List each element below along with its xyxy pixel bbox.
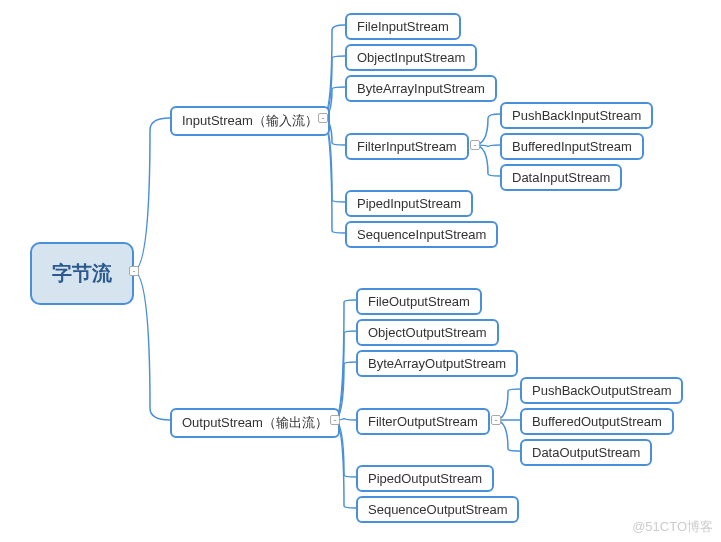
node-bufferedinputstream: BufferedInputStream (500, 133, 644, 160)
node-label: PushBackInputStream (512, 108, 641, 123)
node-filteroutputstream: FilterOutputStream (356, 408, 490, 435)
node-label: FilterInputStream (357, 139, 457, 154)
node-label: ByteArrayInputStream (357, 81, 485, 96)
node-sequenceinputstream: SequenceInputStream (345, 221, 498, 248)
node-filterinputstream: FilterInputStream (345, 133, 469, 160)
node-bytearrayinputstream: ByteArrayInputStream (345, 75, 497, 102)
node-label: PipedOutputStream (368, 471, 482, 486)
node-label: OutputStream（输出流） (182, 415, 328, 430)
node-label: FileInputStream (357, 19, 449, 34)
root-node: 字节流 (30, 242, 134, 305)
expand-toggle-icon[interactable]: - (330, 415, 340, 425)
node-bufferedoutputstream: BufferedOutputStream (520, 408, 674, 435)
expand-toggle-icon[interactable]: - (470, 140, 480, 150)
node-fileoutputstream: FileOutputStream (356, 288, 482, 315)
node-pipedinputstream: PipedInputStream (345, 190, 473, 217)
node-label: BufferedOutputStream (532, 414, 662, 429)
node-label: ObjectOutputStream (368, 325, 487, 340)
node-label: BufferedInputStream (512, 139, 632, 154)
expand-toggle-icon[interactable]: - (318, 113, 328, 123)
node-sequenceoutputstream: SequenceOutputStream (356, 496, 519, 523)
node-dataoutputstream: DataOutputStream (520, 439, 652, 466)
node-objectinputstream: ObjectInputStream (345, 44, 477, 71)
node-label: PushBackOutputStream (532, 383, 671, 398)
node-datainputstream: DataInputStream (500, 164, 622, 191)
node-pushbackinputstream: PushBackInputStream (500, 102, 653, 129)
node-label: DataOutputStream (532, 445, 640, 460)
node-pushbackoutputstream: PushBackOutputStream (520, 377, 683, 404)
node-objectoutputstream: ObjectOutputStream (356, 319, 499, 346)
branch-outputstream: OutputStream（输出流） (170, 408, 340, 438)
node-label: SequenceOutputStream (368, 502, 507, 517)
node-label: FileOutputStream (368, 294, 470, 309)
root-label: 字节流 (52, 262, 112, 284)
node-label: PipedInputStream (357, 196, 461, 211)
branch-inputstream: InputStream（输入流） (170, 106, 330, 136)
expand-toggle-icon[interactable]: - (491, 415, 501, 425)
node-fileinputstream: FileInputStream (345, 13, 461, 40)
node-label: DataInputStream (512, 170, 610, 185)
node-label: SequenceInputStream (357, 227, 486, 242)
expand-toggle-icon[interactable]: - (129, 266, 139, 276)
node-label: InputStream（输入流） (182, 113, 318, 128)
node-label: FilterOutputStream (368, 414, 478, 429)
node-pipedoutputstream: PipedOutputStream (356, 465, 494, 492)
node-label: ObjectInputStream (357, 50, 465, 65)
node-label: ByteArrayOutputStream (368, 356, 506, 371)
watermark-text: @51CTO博客 (632, 518, 713, 536)
node-bytearrayoutputstream: ByteArrayOutputStream (356, 350, 518, 377)
